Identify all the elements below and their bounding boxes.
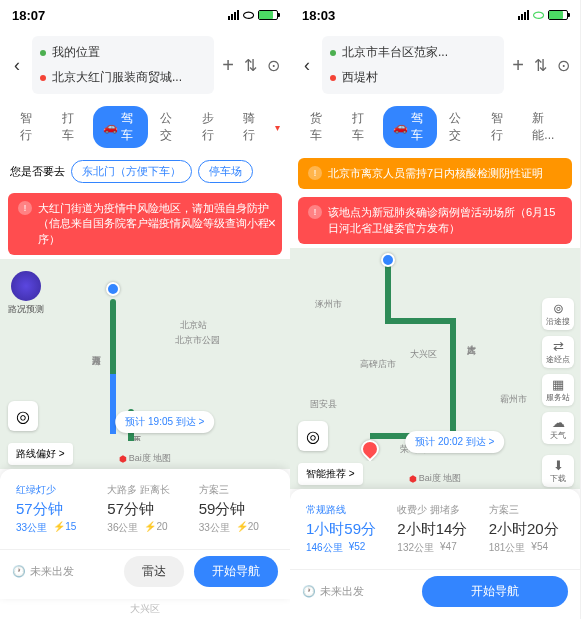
status-bar: 18:03 ⬭ <box>290 0 580 30</box>
map-label: 大兴区 <box>410 348 437 361</box>
status-bar: 18:07 ⬭ <box>0 0 290 30</box>
route-options: 红绿灯少 57分钟 33公里⚡15 大路多 距离长 57分钟 36公里⚡20 方… <box>0 479 290 549</box>
locate-button[interactable]: ◎ <box>8 401 38 431</box>
transport-tabs: 智行 打车 🚗 驾车 公交 步行 骑行 ▾ <box>0 100 290 154</box>
tabs-more-icon[interactable]: ▾ <box>275 122 280 133</box>
tab-bike[interactable]: 骑行 <box>233 106 273 148</box>
tab-taxi[interactable]: 打车 <box>342 106 382 148</box>
origin-dot-icon <box>330 50 336 56</box>
start-nav-button[interactable]: 开始导航 <box>194 556 278 587</box>
battery-icon <box>548 10 568 20</box>
tab-smart[interactable]: 智行 <box>481 106 521 148</box>
map-view[interactable]: 固安县 涿州市 高碑店市 大兴区 霸州市 荣乌高速 大广高速 ⊚沿途搜 ⇄途经点… <box>290 248 580 461</box>
route-inputs: 我的位置 北京大红门服装商贸城... <box>32 36 214 94</box>
map-view[interactable]: 石景山区 北京站 北京市公园 万泉河路 西三环 路况预测 ◎ 预计 19:05 … <box>0 259 290 441</box>
signal-icon <box>518 10 529 20</box>
locate-button[interactable]: ◎ <box>298 421 328 451</box>
status-time: 18:07 <box>12 8 45 23</box>
tab-truck[interactable]: 货车 <box>300 106 340 148</box>
warning-icon: ! <box>308 205 322 219</box>
covid-alert: ! 该地点为新冠肺炎确诊病例曾活动场所（6月15日河北省卫健委官方发布） <box>298 197 572 244</box>
suggestion-row: 您是否要去 东北门（方便下车） 停车场 <box>0 154 290 189</box>
tool-download[interactable]: ⬇下载 <box>542 455 574 487</box>
start-pin-icon <box>106 282 120 296</box>
tab-bus[interactable]: 公交 <box>439 106 479 148</box>
map-label: 霸州市 <box>500 393 527 406</box>
close-icon[interactable]: × <box>268 214 276 234</box>
route-option-3[interactable]: 方案三 2小时20分 181公里¥54 <box>483 499 570 559</box>
route-options: 常规路线 1小时59分 146公里¥52 收费少 拥堵多 2小时14分 132公… <box>290 499 580 569</box>
map-label: 涿州市 <box>315 298 342 311</box>
tab-drive[interactable]: 🚗 驾车 <box>383 106 437 148</box>
destination-input[interactable]: 西堤村 <box>330 65 496 90</box>
origin-dot-icon <box>40 50 46 56</box>
transport-tabs: 货车 打车 🚗 驾车 公交 智行 新能... <box>290 100 580 154</box>
route-option-1[interactable]: 常规路线 1小时59分 146公里¥52 <box>300 499 387 559</box>
suggest-parking[interactable]: 停车场 <box>198 160 253 183</box>
destination-dot-icon <box>330 75 336 81</box>
bottom-sheet: 常规路线 1小时59分 146公里¥52 收费少 拥堵多 2小时14分 132公… <box>290 489 580 619</box>
travel-alert: ! 北京市离京人员需持7日内核酸检测阴性证明 <box>298 158 572 189</box>
voice-icon[interactable]: ⊙ <box>557 56 570 75</box>
wifi-icon: ⬭ <box>533 7 544 23</box>
destination-dot-icon <box>40 75 46 81</box>
route-option-2[interactable]: 收费少 拥堵多 2小时14分 132公里¥47 <box>391 499 478 559</box>
start-nav-button[interactable]: 开始导航 <box>422 576 568 607</box>
phone-right: 18:03 ⬭ ‹ 北京市丰台区范家... 西堤村 + ⇅ ⊙ 货车 打车 🚗 … <box>290 0 580 619</box>
add-stop-icon[interactable]: + <box>512 54 524 77</box>
covid-alert: ! 大红门街道为疫情中风险地区，请加强自身防护（信息来自国务院客户端疫情风险等级… <box>8 193 282 255</box>
tab-drive[interactable]: 🚗 驾车 <box>93 106 147 148</box>
tab-taxi[interactable]: 打车 <box>52 106 92 148</box>
add-stop-icon[interactable]: + <box>222 54 234 77</box>
origin-input[interactable]: 我的位置 <box>40 40 206 65</box>
route-preference[interactable]: 智能推荐 > <box>298 463 363 485</box>
end-pin-icon <box>357 436 382 461</box>
tool-search-along[interactable]: ⊚沿途搜 <box>542 298 574 330</box>
footer: 大兴区 <box>0 599 290 619</box>
back-icon[interactable]: ‹ <box>10 51 24 80</box>
battery-icon <box>258 10 278 20</box>
map-label: 北京站 <box>180 319 207 332</box>
bottom-sheet: 红绿灯少 57分钟 33公里⚡15 大路多 距离长 57分钟 36公里⚡20 方… <box>0 469 290 599</box>
route-option-3[interactable]: 方案三 59分钟 33公里⚡20 <box>193 479 280 539</box>
baidu-logo: ⬢Bai度 地图 <box>119 452 172 465</box>
route-option-2[interactable]: 大路多 距离长 57分钟 36公里⚡20 <box>101 479 188 539</box>
speedometer-icon <box>11 271 41 301</box>
back-icon[interactable]: ‹ <box>300 51 314 80</box>
status-icons: ⬭ <box>518 7 568 23</box>
signal-icon <box>228 10 239 20</box>
tab-bus[interactable]: 公交 <box>150 106 190 148</box>
eta-badge[interactable]: 预计 19:05 到达 > <box>115 411 214 433</box>
start-pin-icon <box>381 253 395 267</box>
traffic-forecast[interactable]: 路况预测 <box>8 271 44 316</box>
suggest-gate[interactable]: 东北门（方便下车） <box>71 160 192 183</box>
tool-weather[interactable]: ☁天气 <box>542 412 574 444</box>
future-depart[interactable]: 🕐 未来出发 <box>302 584 412 599</box>
origin-input[interactable]: 北京市丰台区范家... <box>330 40 496 65</box>
voice-icon[interactable]: ⊙ <box>267 56 280 75</box>
swap-icon[interactable]: ⇅ <box>244 56 257 75</box>
action-row: 🕐 未来出发 开始导航 <box>290 569 580 613</box>
route-preference[interactable]: 路线偏好 > <box>8 443 73 465</box>
side-tools: ⊚沿途搜 ⇄途经点 ▦服务站 ☁天气 <box>542 298 574 444</box>
warning-icon: ! <box>308 166 322 180</box>
action-row: 🕐 未来出发 雷达 开始导航 <box>0 549 290 593</box>
destination-input[interactable]: 北京大红门服装商贸城... <box>40 65 206 90</box>
future-depart[interactable]: 🕐 未来出发 <box>12 564 114 579</box>
search-area: ‹ 我的位置 北京大红门服装商贸城... + ⇅ ⊙ <box>0 30 290 100</box>
radar-button[interactable]: 雷达 <box>124 556 184 587</box>
baidu-logo: ⬢Bai度 地图 <box>409 472 462 485</box>
tab-walk[interactable]: 步行 <box>192 106 232 148</box>
phone-left: 18:07 ⬭ ‹ 我的位置 北京大红门服装商贸城... + ⇅ ⊙ 智行 打车… <box>0 0 290 619</box>
wifi-icon: ⬭ <box>243 7 254 23</box>
map-label: 北京市公园 <box>175 334 220 347</box>
route-option-1[interactable]: 红绿灯少 57分钟 33公里⚡15 <box>10 479 97 539</box>
route-inputs: 北京市丰台区范家... 西堤村 <box>322 36 504 94</box>
tool-waypoint[interactable]: ⇄途经点 <box>542 336 574 368</box>
eta-badge[interactable]: 预计 20:02 到达 > <box>405 431 504 453</box>
map-label: 固安县 <box>310 398 337 411</box>
swap-icon[interactable]: ⇅ <box>534 56 547 75</box>
tool-service[interactable]: ▦服务站 <box>542 374 574 406</box>
tab-smart[interactable]: 智行 <box>10 106 50 148</box>
tab-ev[interactable]: 新能... <box>522 106 570 148</box>
